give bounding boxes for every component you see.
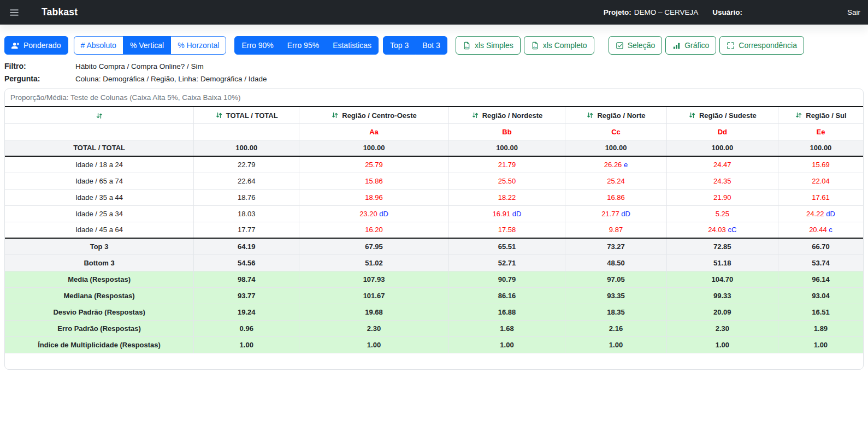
- filters-section: Filtro: Hábito Compra / Compra Online? /…: [4, 62, 864, 83]
- grafico-button[interactable]: Gráfico: [665, 36, 716, 55]
- table-row: Idade / 45 a 6417.7716.2017.589.8724.03 …: [5, 222, 863, 238]
- mode-button-group: # Absoluto % Vertical % Horzontal: [74, 36, 227, 55]
- column-header[interactable]: Região / Nordeste: [448, 107, 565, 123]
- sort-icon: [795, 111, 802, 119]
- table-cell: 16.51: [778, 304, 863, 320]
- column-header[interactable]: Região / Centro-Oeste: [299, 107, 448, 123]
- column-header[interactable]: TOTAL / TOTAL: [194, 107, 299, 123]
- table-cell: 23.20 dD: [299, 205, 448, 222]
- table-cell: 86.16: [448, 287, 565, 304]
- row-label: TOTAL / TOTAL: [5, 140, 194, 156]
- table-cell: 15.86: [299, 173, 448, 189]
- absoluto-button[interactable]: # Absoluto: [74, 36, 123, 55]
- table-cell: 65.51: [448, 238, 565, 255]
- app-brand[interactable]: Tabkast: [42, 7, 78, 18]
- logout-link[interactable]: Sair: [847, 8, 860, 16]
- column-header[interactable]: Região / Sul: [778, 107, 863, 123]
- table-cell: 100.00: [565, 140, 666, 156]
- table-cell: 16.91 dD: [448, 205, 565, 222]
- table-cell: 99.33: [666, 287, 778, 304]
- table-row: Mediana (Respostas)93.77101.6786.1693.35…: [5, 287, 863, 304]
- table-cell: 72.85: [666, 238, 778, 255]
- column-header[interactable]: Região / Sudeste: [666, 107, 778, 123]
- table-cell: 67.95: [299, 238, 448, 255]
- table-cell: 18.35: [565, 304, 666, 320]
- table-cell: 97.05: [565, 271, 666, 287]
- row-label-column-header[interactable]: [5, 107, 194, 123]
- table-cell: 98.74: [194, 271, 299, 287]
- navbar: Tabkast Projeto: DEMO – CERVEJA Usuário:…: [0, 0, 868, 25]
- horizontal-button[interactable]: % Horzontal: [170, 36, 226, 55]
- significance-letter: Bb: [448, 123, 565, 140]
- bot3-button[interactable]: Bot 3: [415, 36, 447, 55]
- sort-icon: [688, 111, 696, 119]
- table-row: Erro Padrão (Respostas)0.962.301.682.162…: [5, 320, 863, 336]
- xlsx-file-icon: xlsx: [463, 42, 471, 50]
- table-cell: 100.00: [778, 140, 863, 156]
- row-label: Bottom 3: [5, 255, 194, 271]
- table-cell: 51.02: [299, 255, 448, 271]
- table-cell: 19.68: [299, 304, 448, 320]
- column-header[interactable]: Região / Norte: [565, 107, 666, 123]
- results-card: Proporção/Média: Teste de Colunas (Caixa…: [4, 88, 864, 370]
- significance-letters-row: AaBbCcDdEe: [5, 123, 863, 140]
- correspondencia-button[interactable]: Correspondência: [719, 36, 804, 55]
- table-cell: 93.77: [194, 287, 299, 304]
- crosstab-table: TOTAL / TOTALRegião / Centro-OesteRegião…: [5, 107, 863, 353]
- row-label: Idade / 45 a 64: [5, 222, 194, 238]
- top3-button[interactable]: Top 3: [383, 36, 416, 55]
- vertical-button[interactable]: % Vertical: [123, 36, 171, 55]
- ponderado-button[interactable]: Ponderado: [4, 36, 68, 55]
- table-row: Idade / 65 a 7422.6415.8625.5025.2424.35…: [5, 173, 863, 189]
- significance-letter: [5, 123, 194, 140]
- row-label: Idade / 18 a 24: [5, 156, 194, 173]
- table-cell: 1.00: [194, 336, 299, 353]
- row-label: Media (Respostas): [5, 271, 194, 287]
- xls-simples-button[interactable]: xlsx xls Simples: [456, 36, 521, 55]
- table-cell: 1.00: [666, 336, 778, 353]
- table-cell: 101.67: [299, 287, 448, 304]
- table-cell: 100.00: [299, 140, 448, 156]
- table-cell: 21.77 dD: [565, 205, 666, 222]
- row-label: Desvio Padrão (Respostas): [5, 304, 194, 320]
- sort-icon: [215, 111, 223, 119]
- toolbar: Ponderado # Absoluto % Vertical % Horzon…: [4, 36, 864, 55]
- sort-icon: [331, 111, 339, 119]
- table-cell: 93.04: [778, 287, 863, 304]
- erro95-button[interactable]: Erro 95%: [280, 36, 326, 55]
- row-label: Mediana (Respostas): [5, 287, 194, 304]
- table-cell: 51.18: [666, 255, 778, 271]
- table-row: Índice de Multiplicidade (Respostas)1.00…: [5, 336, 863, 353]
- table-cell: 25.79: [299, 156, 448, 173]
- table-cell: 100.00: [448, 140, 565, 156]
- significance-letter: Dd: [666, 123, 778, 140]
- table-cell: 25.24: [565, 173, 666, 189]
- xls-completo-button[interactable]: xlsx xls Completo: [524, 36, 594, 55]
- table-row: Top 364.1967.9565.5173.2772.8566.70: [5, 238, 863, 255]
- table-cell: 21.90: [666, 189, 778, 205]
- table-cell: 9.87: [565, 222, 666, 238]
- erro90-button[interactable]: Erro 90%: [234, 36, 280, 55]
- row-label: Top 3: [5, 238, 194, 255]
- table-cell: 24.35: [666, 173, 778, 189]
- row-label: Erro Padrão (Respostas): [5, 320, 194, 336]
- bounding-box-icon: [727, 42, 735, 50]
- bar-chart-icon: [672, 42, 681, 50]
- sort-icon: [586, 111, 594, 119]
- pergunta-value: Coluna: Demográfica / Região, Linha: Dem…: [75, 75, 267, 83]
- table-cell: 21.79: [448, 156, 565, 173]
- table-cell: 100.00: [194, 140, 299, 156]
- table-cell: 66.70: [778, 238, 863, 255]
- filtro-value: Hábito Compra / Compra Online? / Sim: [75, 62, 204, 70]
- significance-letter: Ee: [778, 123, 863, 140]
- table-cell: 16.88: [448, 304, 565, 320]
- table-cell: 17.77: [194, 222, 299, 238]
- table-row: Media (Respostas)98.74107.9390.7997.0510…: [5, 271, 863, 287]
- table-cell: 107.93: [299, 271, 448, 287]
- row-label: Idade / 25 a 34: [5, 205, 194, 222]
- estatisticas-button[interactable]: Estatisticas: [326, 36, 379, 55]
- table-cell: 20.09: [666, 304, 778, 320]
- table-row: TOTAL / TOTAL100.00100.00100.00100.00100…: [5, 140, 863, 156]
- hamburger-menu-icon[interactable]: [8, 6, 21, 19]
- selecao-button[interactable]: Seleção: [609, 36, 663, 55]
